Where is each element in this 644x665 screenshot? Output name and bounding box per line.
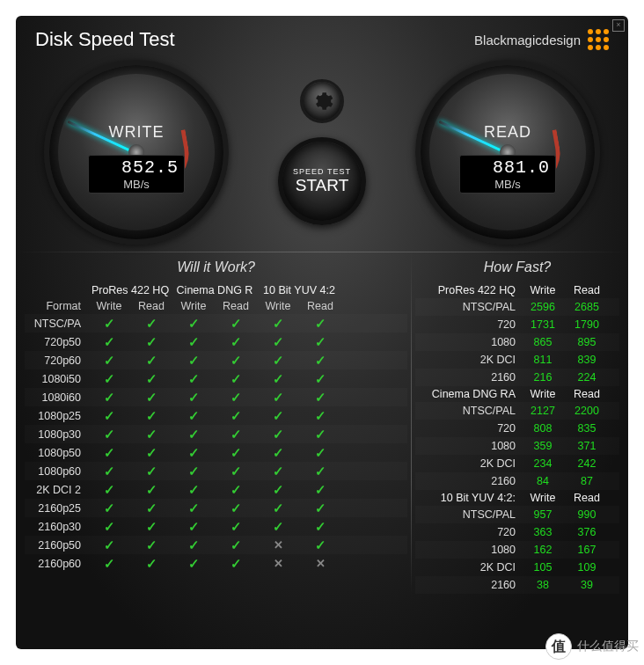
check-icon: ✓: [215, 482, 257, 498]
check-icon: ✓: [257, 390, 299, 406]
check-icon: ✓: [88, 519, 130, 535]
check-icon: ✓: [215, 519, 257, 535]
fast-row: 1080359371: [415, 437, 619, 455]
work-row: 2160p50✓✓✓✓✕✓: [25, 536, 407, 554]
check-icon: ✓: [172, 556, 215, 572]
check-icon: ✓: [215, 537, 257, 553]
check-icon: ✓: [172, 537, 215, 553]
cross-icon: ✕: [257, 557, 299, 570]
format-label: 1080i50: [25, 373, 88, 385]
check-icon: ✓: [172, 445, 215, 461]
fast-row: 72017311790: [415, 316, 619, 333]
fast-label: 720: [415, 318, 521, 331]
format-label: 2160p50: [25, 539, 88, 552]
format-label: 1080p60: [25, 465, 88, 478]
format-label: 2160p30: [25, 521, 88, 533]
fast-row: 2K DCI811839: [415, 351, 619, 369]
check-icon: ✓: [299, 519, 341, 535]
work-row: 1080i50✓✓✓✓✓✓: [25, 369, 407, 388]
gear-icon: [311, 90, 333, 113]
check-icon: ✓: [215, 445, 257, 461]
check-icon: ✓: [130, 316, 172, 332]
fast-read-value: 87: [565, 475, 609, 487]
fast-write-value: 865: [521, 336, 565, 348]
check-icon: ✓: [215, 501, 257, 516]
check-icon: ✓: [88, 482, 130, 498]
fast-read-value: 224: [565, 371, 609, 384]
check-icon: ✓: [130, 482, 172, 498]
work-group-header: 10 Bit YUV 4:2: [257, 282, 341, 298]
format-header: Format: [25, 298, 88, 314]
format-label: 2160p25: [25, 502, 88, 515]
will-it-work-section: Will it Work? ProRes 422 HQCinema DNG R1…: [25, 252, 407, 594]
check-icon: ✓: [299, 445, 341, 461]
fast-write-value: 38: [521, 579, 565, 591]
fast-row: 2K DCI105109: [415, 559, 619, 576]
check-icon: ✓: [215, 390, 257, 406]
work-group-header: ProRes 422 HQ: [88, 282, 172, 298]
check-icon: ✓: [130, 464, 172, 479]
watermark-badge-icon: 值: [545, 633, 572, 660]
fast-read-value: 1790: [565, 318, 609, 331]
fast-read-value: 2200: [565, 405, 609, 417]
work-sub-header: Read: [299, 298, 341, 314]
work-row: 2160p60✓✓✓✓✕✕: [25, 554, 407, 573]
check-icon: ✓: [299, 464, 341, 479]
check-icon: ✓: [130, 501, 172, 516]
work-sub-header: Read: [130, 298, 172, 314]
check-icon: ✓: [130, 537, 172, 553]
check-icon: ✓: [257, 482, 299, 498]
check-icon: ✓: [257, 445, 299, 461]
fast-write-value: 105: [521, 561, 565, 574]
settings-button[interactable]: [300, 79, 344, 123]
fast-read-value: 895: [565, 336, 609, 348]
fast-title: How Fast?: [415, 252, 619, 282]
check-icon: ✓: [172, 334, 215, 350]
fast-row: NTSC/PAL25962685: [415, 298, 619, 316]
fast-row: 2K DCI234242: [415, 455, 619, 472]
check-icon: ✓: [215, 427, 257, 442]
work-title: Will it Work?: [25, 252, 407, 282]
fast-row: 2160216224: [415, 369, 619, 386]
close-icon[interactable]: ×: [612, 19, 625, 32]
cross-icon: ✕: [299, 557, 341, 570]
check-icon: ✓: [257, 334, 299, 350]
read-unit: MB/s: [465, 178, 550, 191]
watermark: 值 什么值得买: [545, 633, 639, 660]
check-icon: ✓: [299, 371, 341, 387]
check-icon: ✓: [130, 390, 172, 406]
fast-read-value: 835: [565, 422, 609, 435]
fast-row: 1080865895: [415, 333, 619, 351]
check-icon: ✓: [88, 371, 130, 387]
check-icon: ✓: [299, 537, 341, 553]
check-icon: ✓: [299, 427, 341, 442]
check-icon: ✓: [172, 371, 215, 387]
check-icon: ✓: [88, 427, 130, 442]
work-row: 1080p25✓✓✓✓✓✓: [25, 406, 407, 425]
check-icon: ✓: [130, 334, 172, 350]
fast-label: 1080: [415, 544, 521, 556]
check-icon: ✓: [299, 501, 341, 516]
fast-group-header: ProRes 422 HQ: [415, 282, 521, 298]
check-icon: ✓: [88, 408, 130, 424]
check-icon: ✓: [299, 482, 341, 498]
fast-row: NTSC/PAL21272200: [415, 402, 619, 420]
fast-label: 2K DCI: [415, 457, 521, 470]
check-icon: ✓: [88, 556, 130, 572]
format-label: 1080p50: [25, 447, 88, 459]
read-col: Read: [565, 386, 609, 402]
check-icon: ✓: [172, 519, 215, 535]
fast-group-header: 10 Bit YUV 4:2:: [415, 490, 521, 506]
check-icon: ✓: [130, 445, 172, 461]
check-icon: ✓: [88, 464, 130, 479]
start-button[interactable]: SPEED TEST START: [278, 137, 366, 225]
check-icon: ✓: [215, 556, 257, 572]
work-row: NTSC/PA✓✓✓✓✓✓: [25, 314, 407, 332]
write-col: Write: [521, 490, 565, 506]
check-icon: ✓: [215, 353, 257, 369]
fast-read-value: 109: [565, 561, 609, 574]
brand-dots-icon: [588, 29, 609, 50]
fast-row: 21608487: [415, 472, 619, 490]
check-icon: ✓: [88, 316, 130, 332]
fast-label: NTSC/PAL: [415, 301, 521, 313]
